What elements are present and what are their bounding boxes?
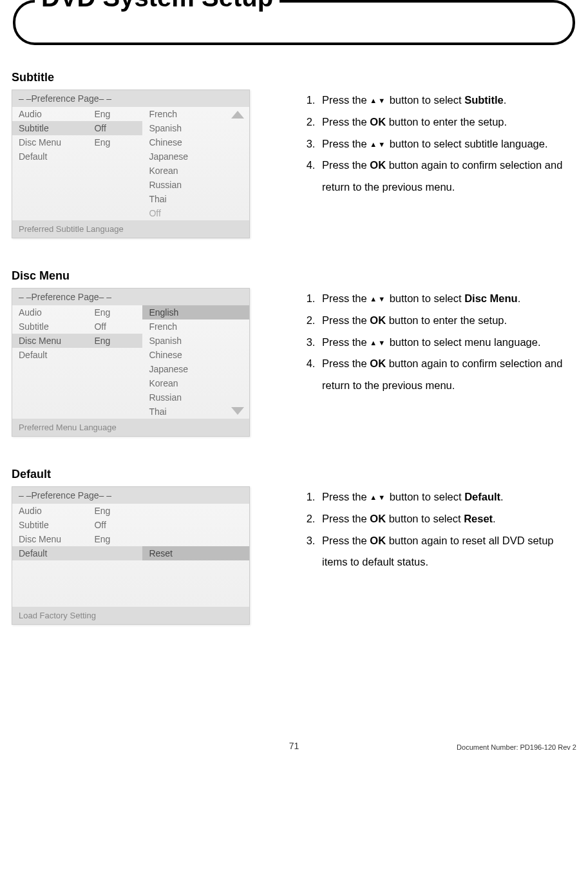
pref-row: SubtitleOff xyxy=(12,518,142,532)
page-title: DVD System Setup xyxy=(35,0,280,12)
panel-title: – –Preference Page– – xyxy=(12,289,249,305)
option-row: Russian xyxy=(142,178,249,192)
preference-panel: – –Preference Page– – AudioEng SubtitleO… xyxy=(12,90,250,238)
step: Press the OK button again to reset all D… xyxy=(318,530,576,574)
preference-panel: – –Preference Page– – AudioEng SubtitleO… xyxy=(12,486,250,625)
panel-title: – –Preference Page– – xyxy=(12,487,249,504)
section-disc-menu: Disc Menu – –Preference Page– – AudioEng… xyxy=(12,269,576,437)
pref-row: Disc MenuEng xyxy=(12,334,142,348)
pref-row: Default xyxy=(12,149,142,164)
option-spacer xyxy=(142,504,249,518)
step: Press the ▲▼ button to select Disc Menu. xyxy=(318,288,576,310)
up-down-icon: ▲▼ xyxy=(370,140,386,148)
section-default: Default – –Preference Page– – AudioEng S… xyxy=(12,468,576,625)
pref-row: SubtitleOff xyxy=(12,121,142,135)
right-column: Reset xyxy=(142,504,249,607)
section-heading: Default xyxy=(12,468,576,481)
section-subtitle: Subtitle – –Preference Page– – AudioEng … xyxy=(12,71,576,238)
option-row: Spanish xyxy=(142,121,249,135)
option-spacer xyxy=(142,532,249,546)
panel-title: – –Preference Page– – xyxy=(12,90,249,107)
section-heading: Disc Menu xyxy=(12,269,576,283)
step: Press the ▲▼ button to select Subtitle. xyxy=(318,90,576,111)
pref-row: Default xyxy=(12,348,142,362)
option-row: Reset xyxy=(142,546,249,560)
step: Press the OK button to enter the setup. xyxy=(318,310,576,332)
pref-row: Disc MenuEng xyxy=(12,135,142,149)
option-row: Thai xyxy=(142,192,249,206)
pref-row: AudioEng xyxy=(12,305,142,319)
panel-footer: Load Factory Setting xyxy=(12,607,249,624)
instructions: Press the ▲▼ button to select Subtitle. … xyxy=(301,90,576,198)
option-row: Off xyxy=(142,206,249,220)
step: Press the ▲▼ button to select subtitle l… xyxy=(318,133,576,155)
left-column: AudioEng SubtitleOff Disc MenuEng Defaul… xyxy=(12,504,142,607)
option-row: Spanish xyxy=(142,334,249,348)
scroll-up-icon xyxy=(231,111,244,119)
pref-row: AudioEng xyxy=(12,504,142,518)
document-number: Document Number: PD196-120 Rev 2 xyxy=(388,743,576,751)
option-row: Russian xyxy=(142,390,249,405)
option-row: Japanese xyxy=(142,362,249,376)
step: Press the OK button to select Reset. xyxy=(318,508,576,530)
right-column: English French Spanish Chinese Japanese … xyxy=(142,305,249,419)
up-down-icon: ▲▼ xyxy=(370,493,386,501)
step: Press the OK button to enter the setup. xyxy=(318,111,576,133)
option-row: English xyxy=(142,305,249,319)
section-heading: Subtitle xyxy=(12,71,576,84)
panel-footer: Preferred Menu Language xyxy=(12,419,249,436)
up-down-icon: ▲▼ xyxy=(370,295,386,303)
pref-row: SubtitleOff xyxy=(12,319,142,334)
option-spacer xyxy=(142,518,249,532)
up-down-icon: ▲▼ xyxy=(370,339,386,347)
page-number: 71 xyxy=(200,741,388,751)
pref-row: AudioEng xyxy=(12,107,142,121)
scroll-down-icon xyxy=(231,407,244,415)
pref-row: Disc MenuEng xyxy=(12,532,142,546)
pref-row: Default xyxy=(12,546,142,560)
step: Press the OK button again to confirm sel… xyxy=(318,353,576,397)
title-frame: DVD System Setup xyxy=(13,0,575,45)
right-column: French Spanish Chinese Japanese Korean R… xyxy=(142,107,249,220)
option-row: Chinese xyxy=(142,135,249,149)
left-column: AudioEng SubtitleOff Disc MenuEng Defaul… xyxy=(12,107,142,220)
option-row: Japanese xyxy=(142,149,249,164)
option-row: Korean xyxy=(142,376,249,390)
panel-footer: Preferred Subtitle Language xyxy=(12,220,249,238)
instructions: Press the ▲▼ button to select Default. P… xyxy=(301,486,576,573)
instructions: Press the ▲▼ button to select Disc Menu.… xyxy=(301,288,576,397)
step: Press the OK button again to confirm sel… xyxy=(318,155,576,198)
option-row: French xyxy=(142,319,249,334)
page-footer: 71 Document Number: PD196-120 Rev 2 xyxy=(12,741,576,751)
up-down-icon: ▲▼ xyxy=(370,97,386,104)
step: Press the ▲▼ button to select Default. xyxy=(318,486,576,508)
option-row: Korean xyxy=(142,164,249,178)
step: Press the ▲▼ button to select menu langu… xyxy=(318,332,576,354)
option-row: Chinese xyxy=(142,348,249,362)
preference-panel: – –Preference Page– – AudioEng SubtitleO… xyxy=(12,288,250,437)
left-column: AudioEng SubtitleOff Disc MenuEng Defaul… xyxy=(12,305,142,419)
